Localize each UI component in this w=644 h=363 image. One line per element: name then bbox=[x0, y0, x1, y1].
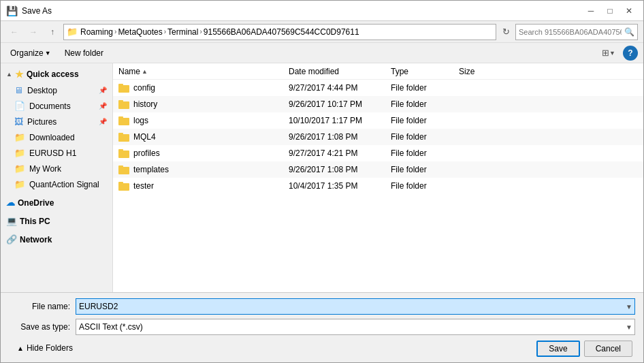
sidebar-item-desktop[interactable]: 🖥 Desktop 📌 bbox=[1, 82, 112, 98]
documents-folder-icon: 📄 bbox=[14, 101, 25, 111]
sidebar-item-label-quantaction: QuantAction Signal bbox=[29, 180, 99, 189]
crumb-hash[interactable]: 915566BA06ADA407569C544CC0D97611 bbox=[204, 27, 359, 37]
savetype-select[interactable]: ASCII Text (*.csv) bbox=[76, 319, 635, 335]
crumb-sep-2: › bbox=[164, 28, 166, 35]
file-list-header: Name ▲ Date modified Type Size bbox=[113, 63, 643, 80]
table-row[interactable]: history 9/26/2017 10:17 PM File folder bbox=[113, 96, 643, 112]
search-input[interactable] bbox=[519, 28, 622, 36]
col-header-size[interactable]: Size bbox=[459, 67, 513, 76]
file-type: File folder bbox=[391, 165, 459, 174]
bottom-bar: File name: ▼ Save as type: ASCII Text (*… bbox=[1, 292, 643, 362]
sort-arrow-icon: ▲ bbox=[142, 68, 148, 75]
search-box[interactable]: 🔍 bbox=[515, 24, 638, 40]
quick-access-header[interactable]: ▲ ★ Quick access bbox=[1, 66, 112, 82]
crumb-metaquotes[interactable]: MetaQuotes bbox=[118, 27, 162, 37]
file-folder-icon bbox=[118, 133, 129, 142]
network-item[interactable]: 🔗 Network bbox=[1, 232, 112, 247]
file-name: history bbox=[133, 99, 157, 109]
cancel-button[interactable]: Cancel bbox=[584, 341, 632, 357]
quick-access-star-icon: ★ bbox=[15, 69, 24, 80]
organize-toolbar: Organize ▼ New folder ⊞ ▼ ? bbox=[1, 43, 643, 63]
file-folder-icon bbox=[118, 182, 129, 191]
new-folder-button[interactable]: New folder bbox=[61, 46, 108, 61]
sidebar-item-label-pictures: Pictures bbox=[27, 117, 57, 127]
pin-icon-documents: 📌 bbox=[99, 102, 107, 110]
address-bar[interactable]: 📁 Roaming › MetaQuotes › Terminal › 9155… bbox=[63, 24, 496, 40]
sidebar-item-label-mywork: My Work bbox=[29, 164, 61, 174]
refresh-button[interactable]: ↻ bbox=[499, 25, 513, 40]
minimize-button[interactable]: ─ bbox=[582, 4, 600, 18]
organize-button[interactable]: Organize ▼ bbox=[6, 46, 55, 61]
pin-icon-pictures: 📌 bbox=[99, 118, 107, 125]
table-row[interactable]: tester 10/4/2017 1:35 PM File folder bbox=[113, 178, 643, 194]
file-date: 9/27/2017 4:44 PM bbox=[289, 83, 391, 93]
col-header-date[interactable]: Date modified bbox=[289, 67, 391, 76]
filename-input[interactable] bbox=[76, 298, 635, 315]
window-icon: 💾 bbox=[6, 5, 18, 16]
bottom-row: ▲ Hide Folders Save Cancel bbox=[9, 339, 635, 357]
sidebar-item-pictures[interactable]: 🖼 Pictures 📌 bbox=[1, 114, 112, 129]
up-button[interactable]: ↑ bbox=[44, 24, 61, 40]
crumb-sep-3: › bbox=[199, 28, 202, 35]
table-row[interactable]: config 9/27/2017 4:44 PM File folder bbox=[113, 80, 643, 96]
sidebar-item-eurusd[interactable]: 📁 EURUSD H1 bbox=[1, 145, 112, 161]
mywork-folder-icon: 📁 bbox=[14, 163, 25, 174]
file-type: File folder bbox=[391, 181, 459, 191]
forward-button[interactable]: → bbox=[25, 24, 42, 40]
thispc-section: 💻 This PC bbox=[1, 213, 112, 229]
sidebar-item-quantaction[interactable]: 📁 QuantAction Signal bbox=[1, 176, 112, 192]
back-button[interactable]: ← bbox=[6, 24, 22, 40]
table-row[interactable]: MQL4 9/26/2017 1:08 PM File folder bbox=[113, 129, 643, 145]
file-date: 9/26/2017 10:17 PM bbox=[289, 99, 391, 109]
table-row[interactable]: templates 9/26/2017 1:08 PM File folder bbox=[113, 161, 643, 178]
hide-folders-arrow-icon: ▲ bbox=[17, 345, 24, 352]
save-button[interactable]: Save bbox=[536, 341, 579, 357]
file-date: 9/26/2017 1:08 PM bbox=[289, 132, 391, 142]
thispc-label: This PC bbox=[20, 217, 50, 226]
onedrive-icon: ☁ bbox=[6, 198, 15, 208]
table-row[interactable]: logs 10/10/2017 1:17 PM File folder bbox=[113, 112, 643, 129]
table-row[interactable]: profiles 9/27/2017 4:21 PM File folder bbox=[113, 145, 643, 161]
filename-row: File name: ▼ bbox=[9, 298, 635, 315]
view-button[interactable]: ⊞ ▼ bbox=[600, 46, 617, 61]
folder-icon-sm: 📁 bbox=[67, 27, 78, 37]
file-folder-icon bbox=[118, 149, 129, 158]
navigation-toolbar: ← → ↑ 📁 Roaming › MetaQuotes › Terminal … bbox=[1, 21, 643, 43]
file-name: tester bbox=[133, 181, 154, 191]
crumb-sep-1: › bbox=[114, 28, 116, 35]
file-name: MQL4 bbox=[133, 132, 156, 142]
pin-icon-desktop: 📌 bbox=[99, 86, 107, 94]
onedrive-label: OneDrive bbox=[18, 198, 54, 208]
hide-folders-toggle[interactable]: ▲ Hide Folders bbox=[12, 341, 78, 356]
sidebar-item-mywork[interactable]: 📁 My Work bbox=[1, 161, 112, 176]
view-dropdown-icon: ▼ bbox=[609, 50, 615, 57]
collapse-icon: ▲ bbox=[6, 71, 12, 78]
thispc-item[interactable]: 💻 This PC bbox=[1, 213, 112, 229]
crumb-roaming[interactable]: Roaming bbox=[80, 27, 113, 37]
eurusd-folder-icon: 📁 bbox=[14, 148, 25, 158]
window-title: Save As bbox=[22, 6, 52, 16]
network-label: Network bbox=[20, 235, 52, 244]
close-button[interactable]: ✕ bbox=[620, 4, 638, 18]
main-content: ▲ ★ Quick access 🖥 Desktop 📌 📄 Documents… bbox=[1, 63, 643, 292]
organize-label: Organize bbox=[10, 48, 44, 58]
file-type: File folder bbox=[391, 99, 459, 109]
help-button[interactable]: ? bbox=[623, 46, 638, 61]
hide-folders-label: Hide Folders bbox=[27, 343, 73, 353]
organize-arrow-icon: ▼ bbox=[45, 50, 51, 57]
onedrive-item[interactable]: ☁ OneDrive bbox=[1, 195, 112, 210]
action-buttons: Save Cancel bbox=[536, 341, 632, 357]
maximize-button[interactable]: □ bbox=[601, 4, 619, 18]
filename-label: File name: bbox=[9, 302, 70, 311]
sidebar-item-label-desktop: Desktop bbox=[27, 86, 57, 95]
col-name-label: Name bbox=[118, 67, 140, 76]
crumb-terminal[interactable]: Terminal bbox=[167, 27, 198, 37]
file-type: File folder bbox=[391, 148, 459, 158]
sidebar-item-downloaded[interactable]: 📁 Downloaded bbox=[1, 129, 112, 145]
sidebar-item-documents[interactable]: 📄 Documents 📌 bbox=[1, 98, 112, 114]
file-folder-icon bbox=[118, 100, 129, 109]
col-header-name[interactable]: Name ▲ bbox=[118, 67, 289, 76]
network-icon: 🔗 bbox=[6, 234, 17, 244]
quick-access-section: ▲ ★ Quick access 🖥 Desktop 📌 📄 Documents… bbox=[1, 66, 112, 192]
col-header-type[interactable]: Type bbox=[391, 67, 459, 76]
